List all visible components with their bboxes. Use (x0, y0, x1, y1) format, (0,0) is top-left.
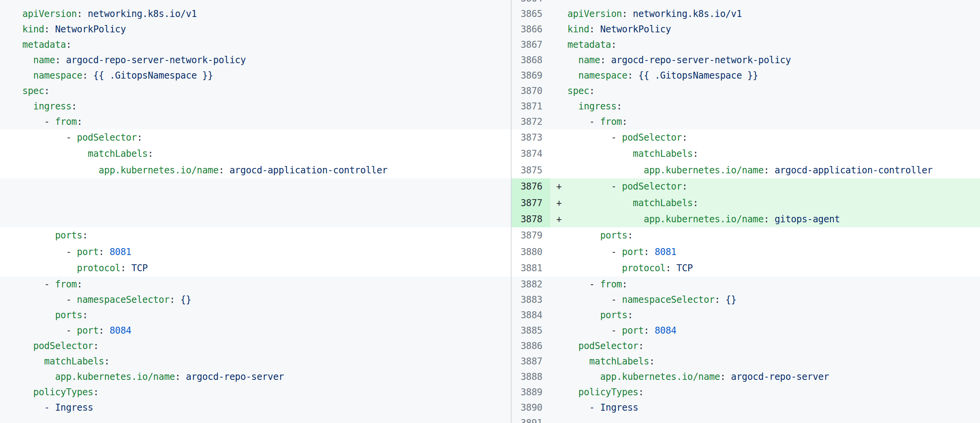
diff-row: matchLabels:3887 matchLabels: (0, 354, 980, 369)
line-number[interactable]: 3890 (512, 400, 550, 415)
right-code-line: namespace: {{ .GitopsNamespace }} (550, 68, 980, 83)
diff-row: protocol: TCP3881 protocol: TCP (0, 260, 980, 276)
code-segment: - (567, 181, 622, 192)
marker-spacer (556, 369, 567, 384)
diff-row: kind: NetworkPolicy3866 kind: NetworkPol… (0, 22, 980, 37)
diff-row: - podSelector:3873 - podSelector: (0, 129, 980, 146)
line-number[interactable]: 3874 (512, 146, 550, 162)
code-segment: : (666, 263, 671, 274)
code-segment: podSelector (567, 341, 638, 351)
line-number[interactable]: 3876 (512, 178, 550, 195)
left-code-line: - Ingress (0, 400, 511, 415)
code-segment: : (93, 387, 99, 398)
right-code-line: ports: (550, 307, 980, 323)
code-segment: --- (567, 418, 584, 423)
line-number[interactable]: 3867 (512, 37, 550, 52)
line-number[interactable]: 3880 (512, 244, 550, 260)
code-segment: 8081 (104, 247, 131, 257)
code-segment: : (638, 387, 644, 398)
code-segment: : (644, 325, 649, 336)
code-segment: : (99, 325, 104, 336)
code-segment: spec (22, 86, 44, 96)
diff-row: name: argocd-repo-server-network-policy3… (0, 52, 980, 68)
code-segment: matchLabels (567, 356, 649, 367)
code-segment: : (93, 341, 99, 351)
right-code-line: kind: NetworkPolicy (550, 22, 980, 37)
line-number[interactable]: 3877 (512, 195, 550, 211)
line-number[interactable]: 3886 (512, 338, 550, 354)
diff-row: spec:3870 spec: (0, 83, 980, 99)
line-number[interactable]: 3891 (512, 415, 550, 423)
code-segment: podSelector (622, 132, 682, 143)
code-segment: : (55, 55, 60, 65)
right-code-line: app.kubernetes.io/name: argocd-applicati… (550, 162, 980, 178)
code-segment: 8084 (104, 325, 131, 336)
right-code-line: - port: 8081 (550, 244, 980, 260)
code-segment: metadata (22, 39, 66, 50)
code-segment: : (169, 294, 175, 305)
code-segment: : (44, 24, 50, 35)
diff-row: metadata:3867 metadata: (0, 37, 980, 52)
line-number[interactable]: 3869 (512, 68, 550, 83)
diff-row: namespace: {{ .GitopsNamespace }}3869 na… (0, 68, 980, 83)
line-number[interactable]: 3885 (512, 323, 550, 338)
code-segment: - (567, 294, 622, 305)
code-segment: : (616, 101, 622, 112)
code-segment: : (44, 86, 50, 96)
line-number[interactable]: 3871 (512, 99, 550, 114)
left-code-line: - port: 8084 (0, 323, 511, 338)
code-segment: NetworkPolicy (595, 24, 671, 35)
left-code-line (0, 178, 511, 195)
left-code-line (0, 195, 511, 211)
left-code-line: app.kubernetes.io/name: argocd-repo-serv… (0, 369, 511, 384)
line-number[interactable]: 3881 (512, 260, 550, 276)
code-segment: gitops-agent (769, 214, 840, 225)
line-number[interactable]: 3888 (512, 369, 550, 384)
right-code-line: ingress: (550, 99, 980, 114)
line-number[interactable]: 3872 (512, 114, 550, 129)
line-number[interactable]: 3889 (512, 384, 550, 400)
code-segment: ingress (567, 101, 616, 112)
line-number[interactable]: 3873 (512, 129, 550, 146)
diff-row: - Ingress3890 - Ingress (0, 400, 980, 415)
right-code-line: protocol: TCP (550, 260, 980, 276)
code-segment: : (77, 279, 82, 290)
code-segment: apiVersion (22, 8, 77, 19)
line-number[interactable]: 3875 (512, 162, 550, 178)
right-code-line: name: argocd-repo-server-network-policy (550, 52, 980, 68)
line-number[interactable]: 3887 (512, 354, 550, 369)
diff-row: - port: 80813880 - port: 8081 (0, 244, 980, 260)
line-number[interactable]: 3879 (512, 227, 550, 243)
right-code-line: app.kubernetes.io/name: argocd-repo-serv… (550, 369, 980, 384)
code-segment: : (638, 341, 644, 351)
code-segment: ports (22, 230, 82, 241)
right-code-line: apiVersion: networking.k8s.io/v1 (550, 6, 980, 22)
left-code-line: app.kubernetes.io/name: argocd-applicati… (0, 162, 511, 178)
line-number[interactable]: 3882 (512, 277, 550, 292)
line-number[interactable]: 3883 (512, 292, 550, 307)
left-code-line: ingress: (0, 99, 511, 114)
code-segment: port (622, 325, 644, 336)
code-segment: - Ingress (567, 402, 638, 413)
line-number[interactable]: 3884 (512, 307, 550, 323)
line-number[interactable]: 3878 (512, 211, 550, 227)
marker-spacer (556, 6, 567, 22)
line-number[interactable]: 3870 (512, 83, 550, 99)
line-number[interactable]: 3865 (512, 6, 550, 22)
diff-row: 3878+ app.kubernetes.io/name: gitops-age… (0, 211, 980, 227)
marker-spacer (556, 244, 567, 260)
code-segment: app.kubernetes.io/name (567, 214, 764, 225)
line-number[interactable]: 3864 (512, 0, 550, 6)
code-segment: : (218, 165, 224, 176)
right-code-line: --- (550, 415, 980, 423)
right-code-line: + matchLabels: (550, 195, 980, 211)
diff-row: ports:3884 ports: (0, 307, 980, 323)
left-code-line: matchLabels: (0, 354, 511, 369)
code-segment: - (567, 247, 622, 257)
line-number[interactable]: 3868 (512, 52, 550, 68)
right-code-line: --- (550, 0, 980, 6)
code-segment: - (567, 132, 622, 143)
marker-spacer (556, 323, 567, 338)
line-number[interactable]: 3866 (512, 22, 550, 37)
left-code-line: - podSelector: (0, 129, 511, 146)
